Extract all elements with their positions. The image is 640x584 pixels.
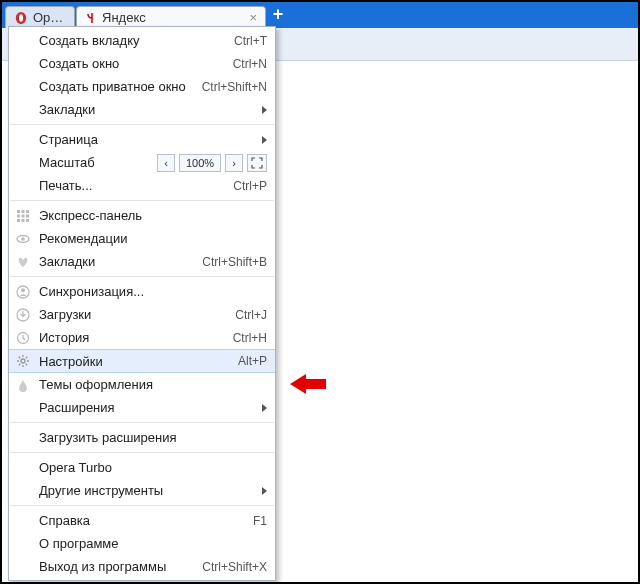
svg-rect-11 bbox=[26, 219, 29, 222]
zoom-controls: ‹ 100% › bbox=[157, 154, 267, 172]
svg-rect-3 bbox=[17, 210, 20, 213]
svg-rect-6 bbox=[17, 214, 20, 217]
annotation-arrow bbox=[290, 373, 326, 395]
svg-line-24 bbox=[26, 364, 27, 365]
menu-separator bbox=[10, 505, 274, 506]
menu-separator bbox=[10, 124, 274, 125]
opera-menu-label: Opera bbox=[33, 7, 66, 29]
menu-page-submenu[interactable]: Страница bbox=[9, 128, 275, 151]
menu-themes[interactable]: Темы оформления bbox=[9, 373, 275, 396]
menu-separator bbox=[10, 276, 274, 277]
fullscreen-button[interactable] bbox=[247, 154, 267, 172]
menu-separator bbox=[10, 452, 274, 453]
menu-downloads[interactable]: Загрузки Ctrl+J bbox=[9, 303, 275, 326]
svg-rect-10 bbox=[22, 219, 25, 222]
svg-rect-8 bbox=[26, 214, 29, 217]
svg-point-1 bbox=[19, 14, 23, 22]
menu-help[interactable]: Справка F1 bbox=[9, 509, 275, 532]
zoom-value: 100% bbox=[179, 154, 221, 172]
menu-bookmarks[interactable]: Закладки Ctrl+Shift+B bbox=[9, 250, 275, 273]
chevron-right-icon bbox=[262, 106, 267, 114]
svg-rect-7 bbox=[22, 214, 25, 217]
menu-new-window[interactable]: Создать окно Ctrl+N bbox=[9, 52, 275, 75]
svg-point-13 bbox=[21, 237, 25, 241]
menu-recommendations[interactable]: Рекомендации bbox=[9, 227, 275, 250]
menu-print[interactable]: Печать... Ctrl+P bbox=[9, 174, 275, 197]
menu-new-private[interactable]: Создать приватное окно Ctrl+Shift+N bbox=[9, 75, 275, 98]
menu-opera-turbo[interactable]: Opera Turbo bbox=[9, 456, 275, 479]
window-frame: Opera Яндекс × + Создать вкладку Ctrl+T … bbox=[0, 0, 640, 584]
chevron-right-icon bbox=[262, 404, 267, 412]
yandex-icon bbox=[85, 12, 97, 24]
history-icon bbox=[15, 330, 31, 346]
svg-line-23 bbox=[19, 357, 20, 358]
new-tab-button[interactable]: + bbox=[268, 4, 288, 24]
svg-point-18 bbox=[21, 359, 25, 363]
opera-icon bbox=[14, 11, 28, 25]
menu-other-tools[interactable]: Другие инструменты bbox=[9, 479, 275, 502]
gear-icon bbox=[15, 353, 31, 369]
menu-get-extensions[interactable]: Загрузить расширения bbox=[9, 426, 275, 449]
svg-rect-9 bbox=[17, 219, 20, 222]
svg-rect-5 bbox=[26, 210, 29, 213]
svg-marker-27 bbox=[290, 374, 326, 394]
user-icon bbox=[15, 284, 31, 300]
drop-icon bbox=[15, 377, 31, 393]
eye-icon bbox=[15, 231, 31, 247]
chevron-right-icon bbox=[262, 136, 267, 144]
menu-history[interactable]: История Ctrl+H bbox=[9, 326, 275, 349]
speed-dial-icon bbox=[15, 208, 31, 224]
svg-line-25 bbox=[19, 364, 20, 365]
menu-speed-dial[interactable]: Экспресс-панель bbox=[9, 204, 275, 227]
svg-rect-4 bbox=[22, 210, 25, 213]
opera-main-menu: Создать вкладку Ctrl+T Создать окно Ctrl… bbox=[8, 26, 276, 581]
menu-zoom: Масштаб ‹ 100% › bbox=[9, 151, 275, 174]
chevron-right-icon bbox=[262, 487, 267, 495]
menu-sync[interactable]: Синхронизация... bbox=[9, 280, 275, 303]
download-icon bbox=[15, 307, 31, 323]
zoom-in-button[interactable]: › bbox=[225, 154, 243, 172]
menu-exit[interactable]: Выход из программы Ctrl+Shift+X bbox=[9, 555, 275, 578]
svg-point-15 bbox=[21, 288, 25, 292]
menu-new-tab[interactable]: Создать вкладку Ctrl+T bbox=[9, 29, 275, 52]
close-icon[interactable]: × bbox=[249, 11, 257, 24]
opera-menu-button[interactable]: Opera bbox=[5, 6, 75, 28]
tab-title: Яндекс bbox=[102, 7, 244, 29]
zoom-out-button[interactable]: ‹ bbox=[157, 154, 175, 172]
tab-strip: Opera Яндекс × + bbox=[2, 2, 638, 29]
menu-separator bbox=[10, 422, 274, 423]
menu-extensions-submenu[interactable]: Расширения bbox=[9, 396, 275, 419]
menu-settings[interactable]: Настройки Alt+P bbox=[9, 349, 275, 373]
menu-separator bbox=[10, 200, 274, 201]
menu-bookmarks-submenu[interactable]: Закладки bbox=[9, 98, 275, 121]
heart-icon bbox=[15, 254, 31, 270]
menu-about[interactable]: О программе bbox=[9, 532, 275, 555]
tab-yandex[interactable]: Яндекс × bbox=[76, 6, 266, 28]
svg-line-26 bbox=[26, 357, 27, 358]
